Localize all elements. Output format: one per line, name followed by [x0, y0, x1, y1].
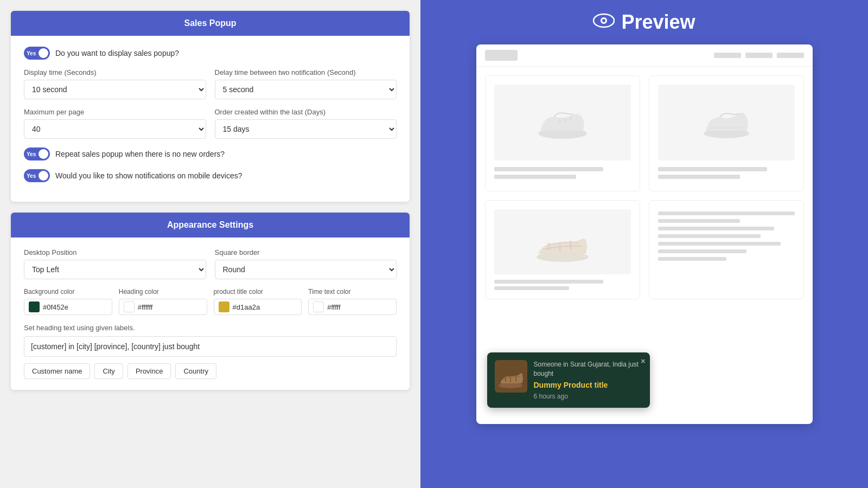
max-order-grid: Maximum per page 40 Order created within… [24, 108, 397, 139]
shoe-icon-1 [535, 104, 590, 142]
appearance-settings-body: Desktop Position Top Left Square border … [11, 237, 410, 390]
product-card-1 [485, 75, 640, 191]
browser-content [476, 67, 813, 200]
eye-icon [593, 11, 615, 34]
heading-color-group: Heading color #ffffff [119, 288, 207, 315]
detail-line-6 [658, 249, 747, 253]
mobile-toggle-row: Yes Would you like to show notifications… [24, 169, 397, 182]
sales-popup-title: Sales Popup [184, 18, 236, 28]
heading-color-input[interactable]: #ffffff [119, 299, 207, 315]
product-title-color-swatch [219, 301, 229, 312]
delay-time-select[interactable]: 5 second [215, 80, 397, 99]
mobile-toggle-label: Yes [27, 173, 36, 179]
svg-point-10 [499, 383, 522, 388]
heading-color-text: #ffffff [138, 303, 202, 311]
province-button[interactable]: Province [127, 363, 171, 379]
background-color-swatch [29, 301, 40, 312]
product-card-2 [649, 75, 804, 191]
product-title-color-input[interactable]: #d1aa2a [214, 299, 302, 315]
appearance-settings-header: Appearance Settings [11, 213, 410, 237]
order-created-label: Order created within the last (Days) [215, 108, 397, 116]
display-sales-toggle[interactable]: Yes [24, 47, 50, 60]
svg-point-2 [602, 19, 605, 22]
mobile-toggle-knob [39, 171, 48, 181]
desktop-position-select[interactable]: Top Left [24, 260, 206, 279]
time-text-color-group: Time text color #fffff [308, 288, 397, 315]
delay-time-group: Delay time between two notification (Sec… [215, 68, 397, 99]
toggle-yes-label: Yes [27, 50, 36, 56]
product-title-color-text: #d1aa2a [233, 303, 297, 311]
repeat-toggle-knob [39, 149, 48, 159]
notification-popup: Someone in Surat Gujarat, India just bou… [487, 352, 650, 408]
display-time-group: Display time (Seconds) 10 second [24, 68, 206, 99]
detail-line-1 [658, 211, 795, 215]
heading-color-swatch [124, 301, 135, 312]
heading-text-description: Set heading text using given labels. [24, 324, 397, 332]
left-panel: Sales Popup Yes Do you want to display s… [0, 0, 420, 488]
browser-nav [714, 53, 804, 58]
heading-text-section: Set heading text using given labels. Cus… [24, 324, 397, 379]
sandal-icon [533, 220, 592, 264]
city-button[interactable]: City [94, 363, 123, 379]
browser-logo [485, 50, 518, 61]
desktop-position-label: Desktop Position [24, 248, 206, 256]
order-created-select[interactable]: 15 days [215, 119, 397, 139]
position-border-grid: Desktop Position Top Left Square border … [24, 248, 397, 279]
order-created-group: Order created within the last (Days) 15 … [215, 108, 397, 139]
repeat-sales-toggle[interactable]: Yes [24, 147, 50, 160]
appearance-settings-title: Appearance Settings [167, 220, 253, 229]
detail-line-7 [658, 257, 726, 261]
mobile-notifications-question: Would you like to show notifications on … [55, 171, 242, 180]
max-per-page-select[interactable]: 40 [24, 119, 206, 139]
heading-text-input[interactable] [24, 336, 397, 357]
background-color-input[interactable]: #0f452e [24, 299, 112, 315]
square-border-select[interactable]: Round [215, 260, 397, 279]
product-line-5 [494, 280, 604, 284]
shoe-icon-2 [699, 104, 754, 142]
svg-point-4 [558, 119, 561, 123]
detail-line-2 [658, 219, 740, 223]
toggle-knob [39, 48, 48, 58]
desktop-position-group: Desktop Position Top Left [24, 248, 206, 279]
time-text-color-text: #fffff [327, 303, 392, 311]
preview-header: Preview [593, 11, 695, 34]
repeat-toggle-row: Yes Repeat sales popup when there is no … [24, 147, 397, 160]
product-image-1 [494, 85, 631, 160]
notification-body: Someone in Surat Gujarat, India just bou… [534, 360, 642, 400]
notification-product-image [495, 360, 527, 393]
browser-bar [476, 44, 813, 67]
detail-line-5 [658, 242, 781, 246]
delay-time-label: Delay time between two notification (Sec… [215, 68, 397, 76]
customer-name-button[interactable]: Customer name [24, 363, 90, 379]
svg-point-5 [564, 118, 567, 121]
notification-time: 6 hours ago [534, 393, 642, 400]
notification-sandal-icon [496, 362, 526, 391]
time-grid: Display time (Seconds) 10 second Delay t… [24, 68, 397, 99]
nav-line-1 [714, 53, 741, 58]
country-button[interactable]: Country [175, 363, 216, 379]
product-detail-panel [649, 200, 804, 299]
product-image-2 [658, 85, 795, 160]
nav-line-2 [745, 53, 773, 58]
color-grid: Background color #0f452e Heading color #… [24, 288, 397, 315]
square-border-label: Square border [215, 248, 397, 256]
preview-browser: Someone in Surat Gujarat, India just bou… [476, 44, 813, 424]
sales-popup-body: Yes Do you want to display sales popup? … [11, 36, 410, 202]
display-time-select[interactable]: 10 second [24, 80, 206, 99]
product-title-color-group: product title color #d1aa2a [214, 288, 302, 315]
sales-popup-header: Sales Popup [11, 11, 410, 36]
mobile-notifications-toggle[interactable]: Yes [24, 169, 50, 182]
time-text-color-swatch [313, 301, 324, 312]
product-line-3 [658, 167, 768, 171]
repeat-sales-question: Repeat sales popup when there is no new … [55, 150, 225, 158]
notification-close-button[interactable]: × [641, 357, 645, 365]
background-color-label: Background color [24, 288, 112, 296]
detail-line-4 [658, 234, 761, 238]
time-text-color-input[interactable]: #fffff [308, 299, 397, 315]
detail-line-3 [658, 227, 774, 230]
time-text-color-label: Time text color [308, 288, 397, 296]
product-image-3 [494, 209, 631, 274]
max-per-page-group: Maximum per page 40 [24, 108, 206, 139]
sales-popup-card: Sales Popup Yes Do you want to display s… [11, 11, 410, 202]
square-border-group: Square border Round [215, 248, 397, 279]
